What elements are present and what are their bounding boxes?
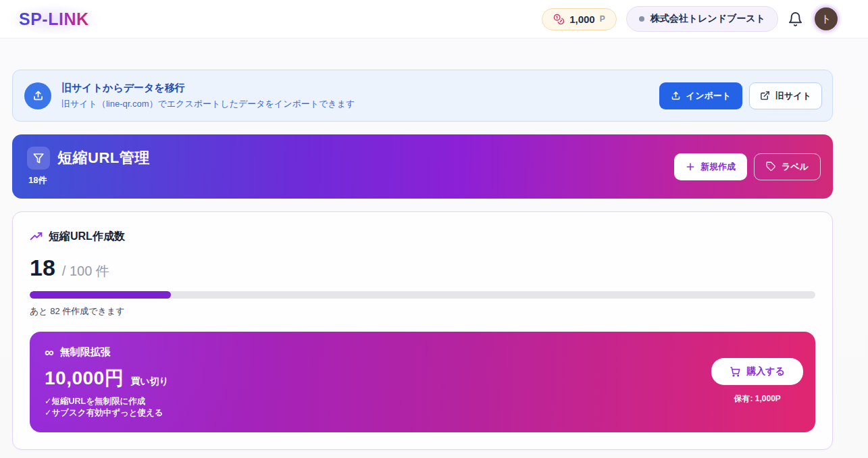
page-title: 短縮URL管理 [57,148,150,168]
migration-actions: インポート 旧サイト [659,82,822,109]
migration-subtitle: 旧サイト（line-qr.com）でエクスポートしたデータをインポートできます [61,98,355,110]
stats-total: / 100 件 [62,262,109,280]
url-manager-banner: 短縮URL管理 18件 新規作成 ラベル [12,134,833,199]
external-link-icon [760,91,770,101]
upload-icon [32,89,45,102]
old-site-button[interactable]: 旧サイト [749,82,822,109]
promo-price: 10,000円 [45,365,124,391]
promo-features: ✓短縮URLを無制限に作成 ✓サブスク有効中ずっと使える [45,396,169,419]
header-right: 1,000 P 株式会社トレンドブースト ト [542,5,840,32]
cart-icon [730,366,740,377]
company-name: 株式会社トレンドブースト [650,13,765,25]
progress-bar-track [30,291,815,299]
buy-button[interactable]: 購入する [711,358,803,385]
points-balance: 保有: 1,000P [734,393,780,405]
promo-left: ∞ 無制限拡張 10,000円 買い切り ✓短縮URLを無制限に作成 ✓サブスク… [45,346,169,419]
url-count: 18件 [28,174,150,186]
trending-up-icon [30,230,43,243]
promo-feature: ✓短縮URLを無制限に作成 [45,396,169,407]
coins-icon [553,14,565,25]
labels-button[interactable]: ラベル [754,153,821,180]
old-site-button-label: 旧サイト [775,90,811,102]
bell-icon [788,11,803,27]
progress-bar-fill [30,291,171,299]
promo-right: 購入する 保有: 1,000P [711,358,803,405]
infinity-icon: ∞ [45,346,54,359]
labels-button-label: ラベル [782,161,809,173]
unlimited-upgrade-card: ∞ 無制限拡張 10,000円 買い切り ✓短縮URLを無制限に作成 ✓サブスク… [30,332,815,432]
points-unit: P [600,14,605,24]
migration-text: 旧サイトからデータを移行 旧サイト（line-qr.com）でエクスポートしたデ… [61,82,355,110]
url-manager-heading: 短縮URL管理 18件 [27,147,150,186]
promo-title: 無制限拡張 [60,346,111,359]
create-new-button-label: 新規作成 [700,161,736,173]
plus-icon [686,162,695,172]
avatar[interactable]: ト [813,5,840,32]
import-button-label: インポート [686,90,731,102]
stats-title: 短縮URL作成数 [49,230,125,244]
app-header: SP-LINK 1,000 P 株式会社トレンドブースト [0,0,868,39]
promo-price-note: 買い切り [130,376,169,388]
data-migration-banner: 旧サイトからデータを移行 旧サイト（line-qr.com）でエクスポートしたデ… [12,70,833,122]
stats-current-count: 18 [30,255,55,281]
company-selector[interactable]: 株式会社トレンドブースト [626,6,778,32]
filter-chip [27,147,50,170]
points-badge[interactable]: 1,000 P [542,8,617,30]
url-manager-actions: 新規作成 ラベル [674,153,821,180]
points-value: 1,000 [569,14,595,25]
buy-button-label: 購入する [746,365,785,378]
logo-container: SP-LINK [8,4,100,34]
upload-circle [24,82,51,109]
upload-small-icon [671,91,681,101]
company-status-dot [639,16,644,22]
notifications-button[interactable] [788,11,803,27]
app-logo[interactable]: SP-LINK [19,9,89,29]
filter-icon [32,152,45,164]
tag-icon [766,161,776,172]
url-creation-stats-card: 短縮URL作成数 18 / 100 件 あと 82 件作成できます ∞ 無制限拡… [12,211,833,450]
migration-title: 旧サイトからデータを移行 [61,82,355,95]
create-new-button[interactable]: 新規作成 [674,153,747,180]
remaining-text: あと 82 件作成できます [30,305,815,317]
promo-feature: ✓サブスク有効中ずっと使える [45,407,169,419]
main-content: 旧サイトからデータを移行 旧サイト（line-qr.com）でエクスポートしたデ… [0,39,868,458]
import-button[interactable]: インポート [659,82,742,109]
